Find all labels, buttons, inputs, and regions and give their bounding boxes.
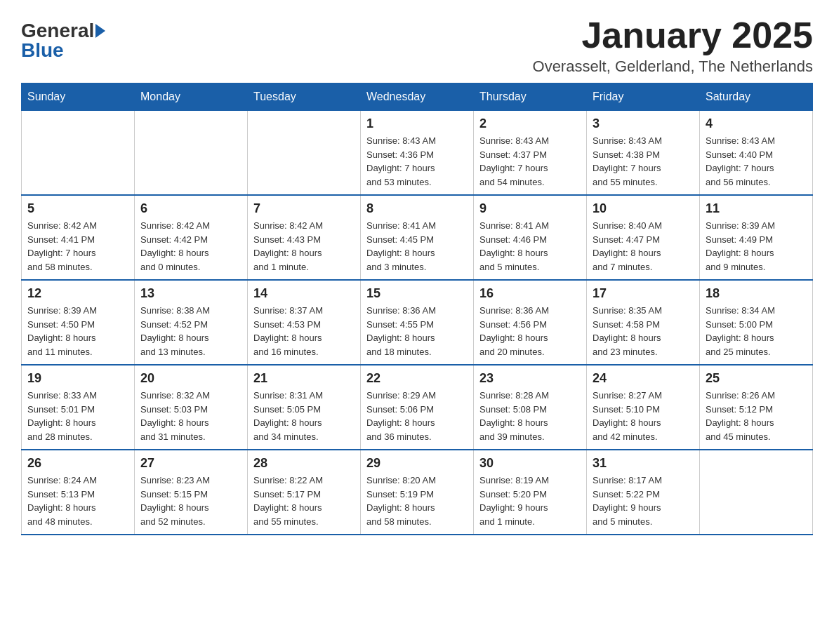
logo-blue: Blue — [21, 41, 105, 60]
calendar-title: January 2025 — [533, 14, 813, 56]
calendar-cell: 13Sunrise: 8:38 AM Sunset: 4:52 PM Dayli… — [135, 280, 248, 365]
calendar-cell: 1Sunrise: 8:43 AM Sunset: 4:36 PM Daylig… — [361, 111, 474, 196]
calendar-cell: 3Sunrise: 8:43 AM Sunset: 4:38 PM Daylig… — [587, 111, 700, 196]
week-row-3: 12Sunrise: 8:39 AM Sunset: 4:50 PM Dayli… — [22, 280, 813, 365]
day-info: Sunrise: 8:33 AM Sunset: 5:01 PM Dayligh… — [27, 389, 128, 443]
day-header-monday: Monday — [135, 83, 248, 111]
calendar-cell: 17Sunrise: 8:35 AM Sunset: 4:58 PM Dayli… — [587, 280, 700, 365]
day-number: 2 — [479, 116, 581, 131]
day-info: Sunrise: 8:27 AM Sunset: 5:10 PM Dayligh… — [593, 389, 694, 443]
day-info: Sunrise: 8:32 AM Sunset: 5:03 PM Dayligh… — [140, 389, 241, 443]
day-number: 27 — [140, 456, 241, 471]
calendar-cell: 5Sunrise: 8:42 AM Sunset: 4:41 PM Daylig… — [22, 195, 135, 280]
day-info: Sunrise: 8:39 AM Sunset: 4:50 PM Dayligh… — [27, 304, 128, 358]
calendar-subtitle: Overasselt, Gelderland, The Netherlands — [533, 58, 813, 76]
day-info: Sunrise: 8:28 AM Sunset: 5:08 PM Dayligh… — [479, 389, 581, 443]
day-info: Sunrise: 8:35 AM Sunset: 4:58 PM Dayligh… — [593, 304, 694, 358]
day-header-tuesday: Tuesday — [248, 83, 361, 111]
day-number: 13 — [140, 286, 241, 301]
calendar-cell — [700, 450, 813, 535]
day-number: 12 — [27, 286, 128, 301]
day-number: 28 — [253, 456, 355, 471]
calendar-cell: 19Sunrise: 8:33 AM Sunset: 5:01 PM Dayli… — [22, 365, 135, 450]
calendar-cell: 16Sunrise: 8:36 AM Sunset: 4:56 PM Dayli… — [474, 280, 587, 365]
day-info: Sunrise: 8:36 AM Sunset: 4:56 PM Dayligh… — [479, 304, 581, 358]
calendar-cell: 8Sunrise: 8:41 AM Sunset: 4:45 PM Daylig… — [361, 195, 474, 280]
day-number: 15 — [366, 286, 468, 301]
day-header-sunday: Sunday — [22, 83, 135, 111]
day-header-saturday: Saturday — [700, 83, 813, 111]
header: General Blue January 2025 Overasselt, Ge… — [21, 14, 813, 76]
calendar-cell: 12Sunrise: 8:39 AM Sunset: 4:50 PM Dayli… — [22, 280, 135, 365]
logo-arrow-icon — [95, 24, 105, 38]
day-info: Sunrise: 8:43 AM Sunset: 4:37 PM Dayligh… — [479, 134, 581, 189]
calendar-cell: 6Sunrise: 8:42 AM Sunset: 4:42 PM Daylig… — [135, 195, 248, 280]
day-number: 9 — [479, 201, 581, 216]
day-info: Sunrise: 8:24 AM Sunset: 5:13 PM Dayligh… — [27, 474, 128, 528]
day-info: Sunrise: 8:23 AM Sunset: 5:15 PM Dayligh… — [140, 474, 241, 528]
calendar-cell: 23Sunrise: 8:28 AM Sunset: 5:08 PM Dayli… — [474, 365, 587, 450]
week-row-4: 19Sunrise: 8:33 AM Sunset: 5:01 PM Dayli… — [22, 365, 813, 450]
calendar-cell — [248, 111, 361, 196]
logo-general: General — [21, 21, 94, 41]
day-info: Sunrise: 8:43 AM Sunset: 4:40 PM Dayligh… — [706, 134, 807, 189]
calendar-header: SundayMondayTuesdayWednesdayThursdayFrid… — [22, 83, 813, 111]
day-number: 11 — [706, 201, 807, 216]
day-number: 31 — [593, 456, 694, 471]
day-number: 17 — [593, 286, 694, 301]
calendar-cell: 31Sunrise: 8:17 AM Sunset: 5:22 PM Dayli… — [587, 450, 700, 535]
calendar-cell: 30Sunrise: 8:19 AM Sunset: 5:20 PM Dayli… — [474, 450, 587, 535]
calendar-cell: 4Sunrise: 8:43 AM Sunset: 4:40 PM Daylig… — [700, 111, 813, 196]
week-row-5: 26Sunrise: 8:24 AM Sunset: 5:13 PM Dayli… — [22, 450, 813, 535]
day-info: Sunrise: 8:39 AM Sunset: 4:49 PM Dayligh… — [706, 219, 807, 274]
calendar-cell: 18Sunrise: 8:34 AM Sunset: 5:00 PM Dayli… — [700, 280, 813, 365]
calendar-cell: 9Sunrise: 8:41 AM Sunset: 4:46 PM Daylig… — [474, 195, 587, 280]
calendar-cell: 22Sunrise: 8:29 AM Sunset: 5:06 PM Dayli… — [361, 365, 474, 450]
day-number: 16 — [479, 286, 581, 301]
day-number: 8 — [366, 201, 468, 216]
calendar-cell: 14Sunrise: 8:37 AM Sunset: 4:53 PM Dayli… — [248, 280, 361, 365]
day-info: Sunrise: 8:20 AM Sunset: 5:19 PM Dayligh… — [366, 474, 468, 528]
calendar-table: SundayMondayTuesdayWednesdayThursdayFrid… — [21, 83, 813, 535]
day-info: Sunrise: 8:40 AM Sunset: 4:47 PM Dayligh… — [593, 219, 694, 274]
calendar-cell — [22, 111, 135, 196]
week-row-1: 1Sunrise: 8:43 AM Sunset: 4:36 PM Daylig… — [22, 111, 813, 196]
day-info: Sunrise: 8:42 AM Sunset: 4:42 PM Dayligh… — [140, 219, 241, 274]
week-row-2: 5Sunrise: 8:42 AM Sunset: 4:41 PM Daylig… — [22, 195, 813, 280]
day-number: 18 — [706, 286, 807, 301]
logo: General Blue — [21, 21, 105, 60]
day-header-thursday: Thursday — [474, 83, 587, 111]
days-of-week-row: SundayMondayTuesdayWednesdayThursdayFrid… — [22, 83, 813, 111]
day-header-friday: Friday — [587, 83, 700, 111]
day-number: 6 — [140, 201, 241, 216]
day-number: 22 — [366, 371, 468, 386]
day-number: 26 — [27, 456, 128, 471]
calendar-cell — [135, 111, 248, 196]
day-info: Sunrise: 8:42 AM Sunset: 4:43 PM Dayligh… — [253, 219, 355, 274]
calendar-cell: 21Sunrise: 8:31 AM Sunset: 5:05 PM Dayli… — [248, 365, 361, 450]
day-info: Sunrise: 8:34 AM Sunset: 5:00 PM Dayligh… — [706, 304, 807, 358]
day-number: 25 — [706, 371, 807, 386]
day-info: Sunrise: 8:17 AM Sunset: 5:22 PM Dayligh… — [593, 474, 694, 528]
day-info: Sunrise: 8:41 AM Sunset: 4:46 PM Dayligh… — [479, 219, 581, 274]
day-number: 5 — [27, 201, 128, 216]
day-number: 21 — [253, 371, 355, 386]
day-number: 23 — [479, 371, 581, 386]
calendar-cell: 24Sunrise: 8:27 AM Sunset: 5:10 PM Dayli… — [587, 365, 700, 450]
day-info: Sunrise: 8:29 AM Sunset: 5:06 PM Dayligh… — [366, 389, 468, 443]
day-number: 19 — [27, 371, 128, 386]
day-number: 24 — [593, 371, 694, 386]
day-number: 14 — [253, 286, 355, 301]
day-info: Sunrise: 8:19 AM Sunset: 5:20 PM Dayligh… — [479, 474, 581, 528]
day-info: Sunrise: 8:36 AM Sunset: 4:55 PM Dayligh… — [366, 304, 468, 358]
day-number: 30 — [479, 456, 581, 471]
day-info: Sunrise: 8:42 AM Sunset: 4:41 PM Dayligh… — [27, 219, 128, 274]
day-number: 10 — [593, 201, 694, 216]
calendar-cell: 20Sunrise: 8:32 AM Sunset: 5:03 PM Dayli… — [135, 365, 248, 450]
calendar-cell: 11Sunrise: 8:39 AM Sunset: 4:49 PM Dayli… — [700, 195, 813, 280]
calendar-cell: 28Sunrise: 8:22 AM Sunset: 5:17 PM Dayli… — [248, 450, 361, 535]
calendar-cell: 29Sunrise: 8:20 AM Sunset: 5:19 PM Dayli… — [361, 450, 474, 535]
day-info: Sunrise: 8:43 AM Sunset: 4:38 PM Dayligh… — [593, 134, 694, 189]
calendar-body: 1Sunrise: 8:43 AM Sunset: 4:36 PM Daylig… — [22, 111, 813, 535]
day-number: 29 — [366, 456, 468, 471]
